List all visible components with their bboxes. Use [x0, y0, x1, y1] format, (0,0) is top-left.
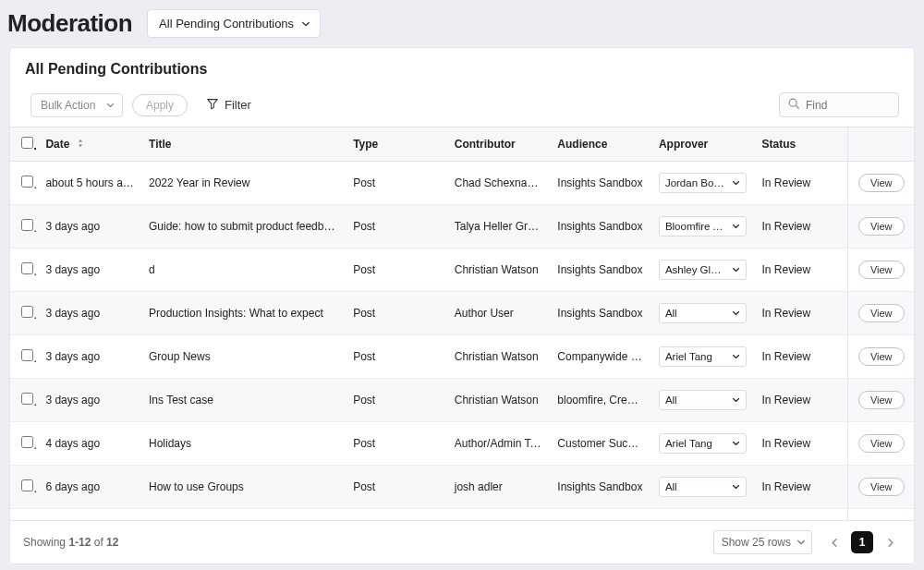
page-title: Moderation	[7, 9, 132, 38]
approver-select[interactable]: Bloomfire Amb...	[659, 216, 747, 236]
cell-date: 6 days ago	[38, 509, 141, 521]
bulk-action-select[interactable]: Bulk Action	[30, 93, 123, 117]
chevron-down-icon	[732, 179, 740, 188]
panel-header: All Pending Contributions	[10, 61, 914, 89]
header-date[interactable]: Date	[38, 127, 141, 162]
panel-title: All Pending Contributions	[25, 61, 899, 78]
cell-title: How to use Groups	[141, 466, 346, 509]
header-checkbox-cell	[10, 127, 38, 162]
cell-contributor: Author User	[447, 292, 551, 335]
view-button[interactable]: View	[858, 261, 905, 279]
header-approver[interactable]: Approver	[651, 127, 755, 162]
row-checkbox[interactable]	[21, 436, 33, 448]
cell-type: Post	[346, 422, 447, 466]
cell-title: 2022 Year in Review	[141, 162, 346, 205]
header-type[interactable]: Type	[346, 127, 447, 162]
table-footer: Showing 1-12 of 12 Show 25 rows 1	[10, 520, 914, 564]
cell-status: In Review	[754, 249, 847, 292]
sort-icon	[77, 139, 84, 148]
view-button[interactable]: View	[858, 434, 905, 453]
approver-select[interactable]: All	[659, 390, 747, 410]
table-row: 3 days agodPostChristian WatsonInsights …	[10, 249, 914, 292]
view-select[interactable]: All Pending Contributions	[147, 9, 321, 38]
filter-icon	[206, 97, 219, 113]
row-checkbox[interactable]	[21, 262, 33, 274]
cell-contributor: Author/Admin Test	[447, 422, 551, 466]
rows-per-page-select[interactable]: Show 25 rows	[713, 530, 812, 554]
filter-label: Filter	[225, 98, 251, 112]
chevron-down-icon	[732, 440, 740, 448]
pager-page-current[interactable]: 1	[851, 531, 873, 553]
apply-button[interactable]: Apply	[132, 94, 188, 116]
approver-select[interactable]: Ashley Gladden	[659, 260, 747, 280]
cell-type: Post	[346, 249, 447, 292]
toolbar: Bulk Action Apply Filter	[10, 89, 914, 127]
cell-audience: Insights Sandbox	[550, 466, 651, 509]
cell-status: In Review	[754, 335, 847, 379]
row-checkbox[interactable]	[21, 219, 33, 231]
cell-contributor: josh adler	[447, 509, 551, 521]
select-all-checkbox[interactable]	[21, 137, 33, 149]
top-bar: Moderation All Pending Contributions	[0, 0, 924, 47]
table-row: 3 days agoIns Test casePostChristian Wat…	[10, 379, 914, 422]
approver-select[interactable]: Ariel Tang	[659, 433, 747, 454]
cell-status: In Review	[754, 422, 847, 466]
view-button[interactable]: View	[858, 347, 905, 366]
search-icon	[787, 97, 800, 113]
row-checkbox[interactable]	[21, 349, 33, 361]
cell-date: 3 days ago	[38, 292, 141, 335]
cell-type: Post	[346, 379, 447, 422]
chevron-down-icon	[732, 266, 740, 274]
view-button[interactable]: View	[858, 217, 905, 236]
table-header-row: Date Title Type Contributor Audience App…	[10, 127, 914, 162]
view-button[interactable]: View	[858, 304, 905, 322]
chevron-down-icon	[301, 19, 310, 29]
pager: 1	[823, 531, 901, 553]
row-checkbox[interactable]	[21, 393, 33, 405]
cell-date: 6 days ago	[38, 466, 141, 509]
header-audience[interactable]: Audience	[550, 127, 651, 162]
filter-button[interactable]: Filter	[201, 93, 257, 116]
chevron-down-icon	[732, 353, 740, 361]
pager-next-button[interactable]	[879, 531, 901, 553]
cell-date: 3 days ago	[38, 379, 141, 422]
approver-select[interactable]: Jordan Boyson	[659, 173, 747, 193]
cell-title: 2022 Year End Accomplishments	[141, 509, 346, 521]
chevron-down-icon	[732, 483, 740, 491]
cell-audience: Customer Success, I...	[550, 422, 651, 466]
cell-type: Post	[346, 466, 447, 509]
approver-select[interactable]: All	[659, 477, 747, 497]
cell-type: Post	[346, 335, 447, 379]
panel: All Pending Contributions Bulk Action Ap…	[9, 47, 915, 564]
cell-audience: bloomfire, Creating ...	[550, 379, 651, 422]
view-button[interactable]: View	[858, 478, 905, 496]
chevron-down-icon	[732, 309, 740, 318]
row-checkbox[interactable]	[21, 479, 33, 491]
approver-select[interactable]: Ariel Tang	[659, 346, 747, 367]
view-select-label: All Pending Contributions	[159, 17, 294, 30]
pager-prev-button[interactable]	[823, 531, 845, 553]
header-contributor[interactable]: Contributor	[447, 127, 551, 162]
view-button[interactable]: View	[858, 174, 905, 192]
table-row: 3 days agoGuide: how to submit product f…	[10, 205, 914, 249]
cell-status: In Review	[754, 466, 847, 509]
cell-type: Post	[346, 162, 447, 205]
approver-select[interactable]: All	[659, 303, 747, 323]
chevron-down-icon	[106, 101, 115, 109]
row-checkbox[interactable]	[21, 176, 33, 188]
header-title[interactable]: Title	[141, 127, 346, 162]
view-button[interactable]: View	[858, 391, 905, 409]
search-box[interactable]	[779, 92, 899, 117]
header-status[interactable]: Status	[754, 127, 847, 162]
cell-contributor: Christian Watson	[447, 379, 551, 422]
search-input[interactable]	[806, 99, 889, 112]
cell-date: 4 days ago	[38, 422, 141, 466]
cell-audience: Product Team, Insig...	[550, 509, 651, 521]
chevron-down-icon	[796, 538, 806, 547]
row-checkbox[interactable]	[21, 306, 33, 318]
table-row: 3 days agoProduction Insights: What to e…	[10, 292, 914, 335]
table-row: 6 days ago2022 Year End AccomplishmentsP…	[10, 509, 914, 521]
cell-audience: Insights Sandbox	[550, 205, 651, 249]
cell-contributor: Christian Watson	[447, 249, 551, 292]
cell-status: In Review	[754, 379, 847, 422]
